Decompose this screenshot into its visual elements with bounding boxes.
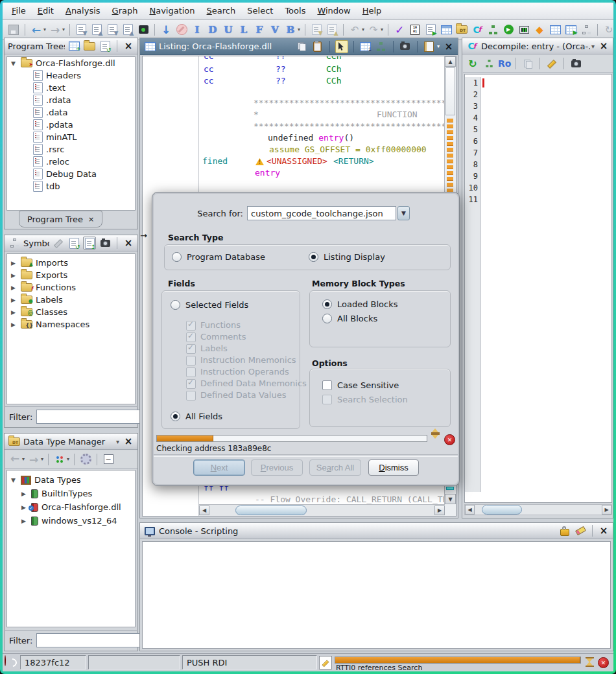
tree-item[interactable]: .text xyxy=(7,82,135,94)
tree-item[interactable]: .rsrc xyxy=(7,143,135,156)
dismiss-button[interactable]: Dismiss xyxy=(368,459,419,476)
tree-item[interactable]: .pdata xyxy=(7,119,135,131)
program-tree-tab[interactable]: Program Tree × xyxy=(19,211,102,227)
data-types-icon[interactable]: DT xyxy=(455,23,469,37)
dtm-forward-icon[interactable]: → xyxy=(27,452,41,467)
back-icon[interactable]: ← xyxy=(29,23,43,37)
symbol-references-icon[interactable]: ▶ xyxy=(563,23,578,37)
bookmark-icon[interactable]: ◆ xyxy=(532,23,547,37)
menu-edit[interactable]: Edit xyxy=(38,6,54,16)
run-script-icon[interactable]: ▶ xyxy=(501,23,515,37)
dtm-settings-icon[interactable] xyxy=(78,452,93,467)
merge-in-icon[interactable]: ▲ xyxy=(121,23,135,37)
decompiler-icon[interactable]: Cf xyxy=(470,23,484,37)
decompile-menu-icon[interactable]: ▾ xyxy=(591,43,595,50)
task-edit-icon[interactable] xyxy=(319,656,332,669)
label-icon[interactable]: L xyxy=(237,23,251,37)
scroll-left-icon[interactable]: ◀ xyxy=(465,505,475,515)
go-down-icon[interactable]: ↓ xyxy=(159,23,173,37)
case-sensitive-checkbox[interactable] xyxy=(322,380,332,390)
forward-icon[interactable]: → xyxy=(48,23,62,37)
snapshot-icon[interactable] xyxy=(399,40,412,53)
goto-symbol-icon[interactable]: ↥ xyxy=(83,237,96,250)
scroll-left-icon[interactable]: ◀ xyxy=(199,506,209,515)
all-blocks-radio[interactable] xyxy=(322,314,332,323)
copy-icon[interactable] xyxy=(521,56,535,71)
tree-item[interactable]: .data xyxy=(7,106,135,119)
loaded-blocks-label[interactable]: Loaded Blocks xyxy=(337,299,398,309)
dtm-back-icon[interactable]: → xyxy=(8,452,22,467)
re-decompile-icon[interactable]: ↻ xyxy=(466,56,480,71)
instruction-icon[interactable]: I xyxy=(190,23,204,37)
tree-item-exports[interactable]: ▶Exports xyxy=(7,269,135,281)
close-icon[interactable]: × xyxy=(123,237,134,249)
function-icon[interactable]: F xyxy=(252,23,267,37)
modularize-icon[interactable]: ↺ xyxy=(99,40,112,52)
byte-dropdown-icon[interactable]: ▾ xyxy=(298,27,300,32)
edit-icon[interactable] xyxy=(545,56,559,71)
tree-item-classes[interactable]: ▶ⒸClasses xyxy=(7,306,135,318)
paste-icon[interactable] xyxy=(311,40,324,53)
graph-icon[interactable] xyxy=(482,56,496,71)
copy-icon[interactable] xyxy=(296,40,309,53)
tree-root-row[interactable]: ▼Data Types xyxy=(7,473,135,487)
expand-fields-icon[interactable]: ↓ xyxy=(359,40,372,53)
memory-map-icon[interactable] xyxy=(439,23,453,37)
all-blocks-label[interactable]: All Blocks xyxy=(337,314,377,323)
decompile-body[interactable]: 1 2 3 4 5 6 7 8 9 10 11 xyxy=(464,74,612,503)
scroll-right-icon[interactable]: ▶ xyxy=(602,505,611,515)
edit-icon[interactable] xyxy=(52,237,65,250)
export-icon[interactable]: ▶ xyxy=(423,23,438,37)
dtm-menu-icon[interactable]: ▾ xyxy=(116,438,119,445)
console-view-icon[interactable] xyxy=(136,23,150,37)
program-database-label[interactable]: Program Database xyxy=(187,252,265,262)
scroll-right-icon[interactable]: ▶ xyxy=(434,506,445,515)
menu-tools[interactable]: Tools xyxy=(285,6,305,16)
search-for-combobox[interactable]: custom_gcode_toolchange.json xyxy=(247,206,396,220)
tree-item[interactable]: Debug Data xyxy=(7,168,135,180)
tree-item[interactable]: tdb xyxy=(7,180,135,192)
tree-item-namespaces[interactable]: ▶{}Namespaces xyxy=(7,318,135,331)
listing-display-radio[interactable] xyxy=(309,252,318,262)
tree-item[interactable]: Headers xyxy=(7,69,135,82)
symbol-tree-toolbar-icon[interactable] xyxy=(579,23,593,37)
bytes-viewer-icon[interactable]: 1001 xyxy=(408,23,422,37)
cancel-search-icon[interactable]: ✕ xyxy=(444,434,455,445)
cancel-task-icon[interactable]: ✕ xyxy=(598,657,609,668)
refresh-tree-icon[interactable]: ↺ xyxy=(67,237,80,250)
tree-item-functions[interactable]: ▶fFunctions xyxy=(7,281,135,294)
symbol-table-icon[interactable] xyxy=(548,23,562,37)
tree-item-builtintypes[interactable]: ▶BuiltInTypes xyxy=(7,487,135,500)
next-button[interactable]: Next xyxy=(193,459,245,476)
clear-console-icon[interactable] xyxy=(574,524,587,537)
redo-icon[interactable]: ↷ xyxy=(366,23,381,37)
tree-item[interactable]: minATL xyxy=(7,131,135,143)
tab-close-icon[interactable]: × xyxy=(88,215,94,224)
tree-item[interactable]: .rdata xyxy=(7,94,135,106)
search-all-button[interactable]: Search All xyxy=(309,459,361,476)
listing-hscrollbar[interactable]: ◀ ▶ xyxy=(199,504,445,516)
tree-item-imports[interactable]: ▶▲Imports xyxy=(7,257,135,269)
cursor-tool-icon[interactable] xyxy=(335,40,348,53)
data-icon[interactable]: D xyxy=(206,23,220,37)
scroll-thumb[interactable] xyxy=(482,505,522,515)
function-graph-icon[interactable] xyxy=(486,23,500,37)
tree-item-labels[interactable]: ▶●Labels xyxy=(7,294,135,306)
scroll-thumb[interactable] xyxy=(235,506,307,515)
undo-icon[interactable]: ↶ xyxy=(348,23,362,37)
menu-help[interactable]: Help xyxy=(362,6,382,16)
tree-item-program-archive[interactable]: ▶✓Orca-Flashforge.dll xyxy=(7,500,135,514)
snapshot-out-icon[interactable]: ▼ xyxy=(309,23,324,37)
snapshot-in-icon[interactable]: ▲ xyxy=(325,23,339,37)
symbol-filter-input[interactable] xyxy=(36,410,153,424)
snapshot-icon[interactable] xyxy=(99,237,112,250)
close-icon[interactable]: × xyxy=(123,40,134,52)
menu-analysis[interactable]: Analysis xyxy=(65,6,101,16)
tree-item[interactable]: .reloc xyxy=(7,156,135,168)
back-dropdown-icon[interactable]: ▾ xyxy=(43,27,46,32)
all-fields-label[interactable]: All Fields xyxy=(185,412,222,421)
program-database-radio[interactable] xyxy=(172,252,182,262)
case-sensitive-label[interactable]: Case Sensitive xyxy=(337,380,399,390)
diff-view-icon[interactable] xyxy=(375,40,388,53)
tree-root-row[interactable]: ▼ ➤ Orca-Flashforge.dll xyxy=(7,57,135,69)
